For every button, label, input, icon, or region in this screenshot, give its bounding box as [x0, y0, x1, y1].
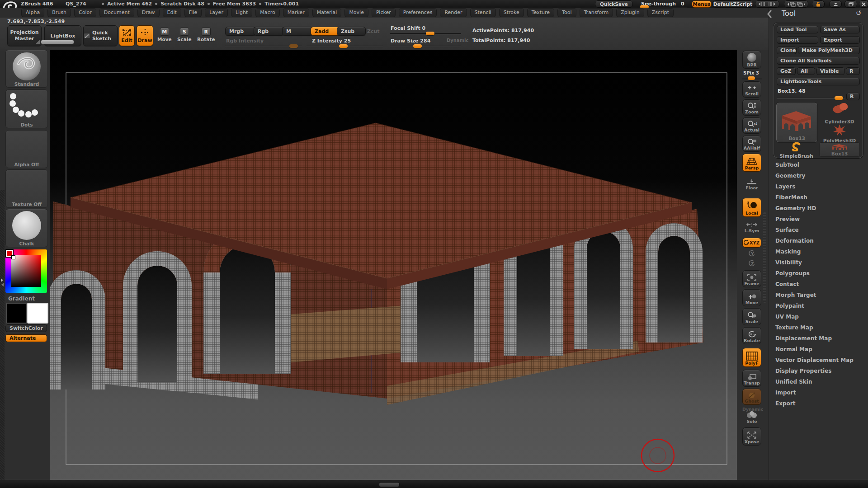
menu-zplugin[interactable]: Zplugin	[616, 8, 644, 17]
collapse-panel-icon[interactable]	[766, 9, 773, 19]
divider-collapse-buttons[interactable]	[755, 0, 779, 8]
section-surface[interactable]: Surface	[769, 225, 868, 235]
menu-light[interactable]: Light	[231, 8, 252, 17]
menu-stencil[interactable]: Stencil	[470, 8, 496, 17]
section-import[interactable]: Import	[769, 387, 868, 398]
xpose-button[interactable]: Xpose	[742, 427, 761, 446]
goz-visible-button[interactable]: Visible	[816, 67, 844, 75]
solo-button[interactable]: Solo	[742, 411, 761, 424]
section-preview[interactable]: Preview	[769, 214, 868, 225]
local-button[interactable]: Local	[742, 198, 761, 217]
clone-button[interactable]: Clone	[777, 47, 797, 54]
panel-divider-handle[interactable]	[763, 212, 766, 303]
menu-brush[interactable]: Brush	[47, 8, 71, 17]
ghost-button[interactable]: Ghost	[742, 389, 761, 405]
menu-layer[interactable]: Layer	[205, 8, 228, 17]
menu-movie[interactable]: Movie	[344, 8, 368, 17]
y-rotate-button[interactable]: Y	[742, 250, 761, 257]
lock-button[interactable]	[812, 0, 825, 8]
draw-mode-button[interactable]: Draw	[137, 25, 153, 46]
stroke-type-tile[interactable]: Dots	[5, 89, 48, 128]
transp-button[interactable]: Transp	[742, 370, 761, 387]
frame-button[interactable]: Frame	[742, 270, 761, 287]
goz-all-button[interactable]: All	[797, 67, 815, 75]
lightbox-tools-button[interactable]: Lightbox▸Tools	[777, 78, 860, 85]
load-tool-button[interactable]: Load Tool	[777, 26, 818, 33]
menu-alpha[interactable]: Alpha	[21, 8, 44, 17]
minimize-button[interactable]	[829, 0, 842, 8]
window-cascade-buttons[interactable]	[784, 0, 808, 8]
menu-transform[interactable]: Transform	[580, 8, 613, 17]
rgb-button[interactable]: Rgb	[254, 27, 284, 36]
restore-button[interactable]	[844, 0, 857, 8]
main-color-swatch[interactable]	[6, 303, 27, 324]
current-tool-thumbnail[interactable]: Box13	[776, 103, 817, 142]
current-brush-tile[interactable]: Standard	[5, 50, 48, 88]
left-divider-strip[interactable]	[0, 190, 5, 480]
recent-tool-thumbnail[interactable]: Box13	[819, 142, 860, 157]
section-masking[interactable]: Masking	[769, 246, 868, 257]
menu-preferences[interactable]: Preferences	[399, 8, 437, 17]
xyz-rotate-button[interactable]: XYZ	[742, 238, 761, 248]
zadd-button[interactable]: Zadd	[311, 27, 340, 36]
menu-tool[interactable]: Tool	[557, 8, 576, 17]
bpr-button[interactable]: BPR	[742, 51, 761, 69]
move-mode-button[interactable]: MMove	[157, 28, 172, 42]
section-subtool[interactable]: SubTool	[769, 160, 868, 170]
viewport-canvas[interactable]	[50, 50, 737, 480]
section-vector-displacement-map[interactable]: Vector Displacement Map	[769, 355, 868, 366]
tray-drag-handle[interactable]	[41, 40, 74, 44]
section-displacement-map[interactable]: Displacement Map	[769, 333, 868, 344]
menu-color[interactable]: Color	[74, 8, 96, 17]
m-button[interactable]: M	[282, 27, 313, 36]
focal-shift-slider[interactable]	[390, 33, 461, 34]
goz-button[interactable]: GoZ	[777, 67, 796, 75]
section-deformation[interactable]: Deformation	[769, 235, 868, 246]
section-polygroups[interactable]: Polygroups	[769, 268, 868, 279]
section-polypaint[interactable]: Polypaint	[769, 300, 868, 311]
quick-sketch-button[interactable]: Quick Sketch	[83, 25, 118, 46]
tool-count-slider[interactable]	[777, 98, 844, 99]
section-uv-map[interactable]: UV Map	[769, 311, 868, 322]
section-unified-skin[interactable]: Unified Skin	[769, 376, 868, 387]
menu-zscript[interactable]: Zscript	[647, 8, 674, 17]
alternate-button[interactable]: Alternate	[5, 334, 47, 342]
actual-button[interactable]: x1 Actual	[742, 117, 761, 134]
menu-marker[interactable]: Marker	[283, 8, 309, 17]
save-as-button[interactable]: Save As	[820, 26, 860, 33]
menu-macro[interactable]: Macro	[255, 8, 279, 17]
zsub-button[interactable]: Zsub	[337, 27, 366, 36]
make-polymesh3d-button[interactable]: Make PolyMesh3D	[798, 47, 860, 54]
quicksave-button[interactable]: QuickSave	[595, 0, 633, 8]
section-display-properties[interactable]: Display Properties	[769, 366, 868, 376]
rotate-tool-button[interactable]: Rotate	[742, 327, 761, 344]
move-tool-button[interactable]: Move	[742, 289, 761, 306]
section-fibermesh[interactable]: FiberMesh	[769, 192, 868, 203]
menu-texture[interactable]: Texture	[527, 8, 554, 17]
menu-edit[interactable]: Edit	[163, 8, 181, 17]
projection-master-button[interactable]: Projection Master	[7, 25, 42, 46]
goz-r-button[interactable]: R	[846, 67, 860, 75]
zoom-button[interactable]: Zoom	[742, 99, 761, 116]
scale-tool-button[interactable]: Scale	[742, 308, 761, 325]
scale-mode-button[interactable]: SScale	[177, 28, 192, 42]
edit-mode-button[interactable]: Edit	[119, 25, 135, 46]
menu-render[interactable]: Render	[440, 8, 467, 17]
spix-slider[interactable]	[742, 78, 762, 79]
menu-picker[interactable]: Picker	[372, 8, 396, 17]
section-contact[interactable]: Contact	[769, 279, 868, 290]
lsym-button[interactable]: L.Sym	[742, 222, 761, 233]
section-export[interactable]: Export	[769, 398, 868, 409]
clone-all-subtools-button[interactable]: Clone All SubTools	[777, 57, 860, 65]
saturation-square[interactable]	[11, 255, 41, 287]
bottom-scroll-handle[interactable]	[379, 482, 400, 487]
color-picker[interactable]	[5, 249, 47, 293]
rgb-intensity-slider[interactable]	[225, 46, 302, 47]
section-geometry[interactable]: Geometry	[769, 170, 868, 181]
persp-button[interactable]: Persp	[742, 154, 761, 172]
menu-file[interactable]: File	[184, 8, 202, 17]
zcut-button[interactable]: Zcut	[363, 27, 392, 36]
menu-stroke[interactable]: Stroke	[499, 8, 524, 17]
z-intensity-slider[interactable]	[307, 46, 383, 47]
section-morph-target[interactable]: Morph Target	[769, 290, 868, 300]
